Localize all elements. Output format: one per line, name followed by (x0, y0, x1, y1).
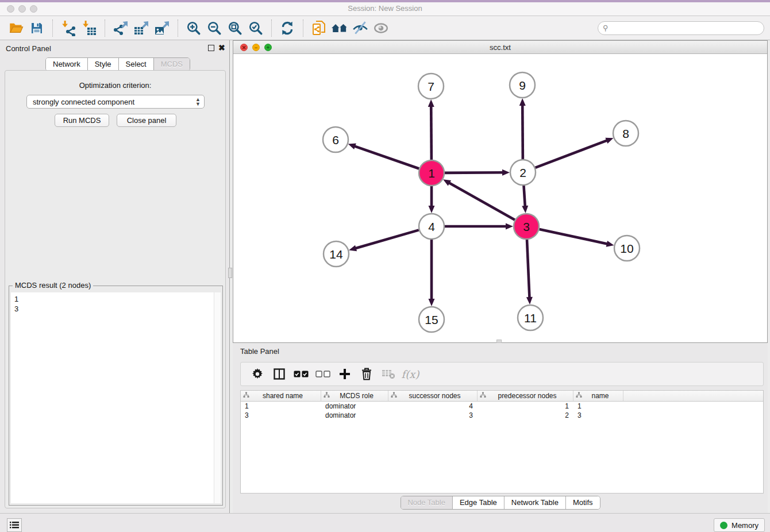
mcds-result-textarea[interactable]: 1 3 (11, 292, 221, 503)
close-panel-icon[interactable]: ✖ (218, 43, 225, 52)
float-panel-icon[interactable] (208, 45, 214, 51)
import-network-icon[interactable] (58, 19, 79, 37)
zoom-in-icon[interactable] (183, 19, 204, 37)
tree-sort-icon (324, 392, 330, 400)
toolbar-separator (178, 20, 178, 37)
select-all-icon[interactable] (290, 365, 312, 383)
table-cell: 2 (478, 411, 573, 420)
graph-edge-arrowhead (429, 299, 435, 306)
graph-edge-4-14[interactable] (355, 230, 419, 248)
mcds-result-title: MCDS result (2 nodes) (13, 281, 93, 290)
graph-edge-1-7[interactable] (431, 106, 432, 160)
zoom-selected-icon[interactable] (245, 19, 266, 37)
vertical-splitter-handle[interactable] (228, 268, 232, 278)
export-table-icon[interactable] (131, 19, 152, 37)
export-network-icon[interactable] (110, 19, 131, 37)
hide-panels-icon[interactable] (350, 19, 371, 37)
tab-node-table[interactable]: Node Table (401, 496, 453, 509)
zoom-fit-icon[interactable] (225, 19, 245, 37)
result-scrollbar[interactable] (214, 292, 221, 503)
network-canvas[interactable]: 1234678910111415 (233, 54, 767, 342)
home-layout-icon[interactable] (329, 19, 350, 37)
tree-sort-icon (480, 392, 486, 400)
column-header-predecessor-nodes[interactable]: predecessor nodes (478, 391, 573, 401)
network-window-titlebar[interactable]: ✕ − + scc.txt (233, 41, 767, 54)
titlebar: Session: New Session (0, 2, 770, 16)
graph-node-label: 9 (519, 79, 526, 92)
tab-network-table[interactable]: Network Table (505, 496, 566, 509)
task-history-button[interactable] (7, 518, 22, 532)
column-header-successor-nodes[interactable]: successor nodes (388, 391, 478, 401)
main-toolbar: ⚲ (0, 16, 770, 40)
table-cell: 3 (388, 411, 478, 420)
tab-select[interactable]: Select (119, 58, 154, 71)
table-panel-title: Table Panel (240, 347, 279, 356)
mcds-result-lines: 1 3 (11, 292, 221, 315)
graph-node-label: 7 (428, 80, 434, 93)
split-columns-icon[interactable] (268, 365, 290, 383)
table-cell: 1 (478, 402, 573, 411)
delete-column-trash-icon[interactable] (356, 365, 378, 383)
table-row[interactable]: 3dominator323 (241, 411, 763, 420)
tab-network[interactable]: Network (46, 58, 88, 71)
table-cell: 4 (388, 402, 478, 411)
save-session-icon[interactable] (26, 19, 47, 37)
node-table[interactable]: shared nameMCDS rolesuccessor nodesprede… (240, 390, 764, 494)
table-rows: 1dominator4113dominator323 (241, 402, 763, 420)
optimization-criterion-dropdown[interactable]: strongly connected component ▲▼ (26, 95, 205, 109)
deselect-all-icon[interactable] (312, 365, 334, 383)
graph-edge-2-8[interactable] (536, 140, 608, 168)
table-panel: Table Panel ✖ (233, 343, 768, 513)
graph-edge-2-3[interactable] (523, 186, 525, 207)
graph-node-label: 1 (428, 167, 435, 180)
table-tabs: Node TableEdge TableNetwork TableMotifs (400, 496, 600, 510)
status-bar: Memory (0, 513, 770, 532)
search-input[interactable] (598, 21, 764, 35)
zoom-out-icon[interactable] (204, 19, 225, 37)
settings-gear-icon[interactable] (247, 365, 268, 383)
column-header-shared-name[interactable]: shared name (241, 391, 321, 401)
clone-network-icon[interactable] (309, 19, 329, 37)
tab-edge-table[interactable]: Edge Table (453, 496, 505, 509)
dropdown-value: strongly connected component (33, 98, 134, 106)
toolbar-separator (271, 20, 272, 37)
table-cell: dominator (321, 411, 388, 420)
table-row[interactable]: 1dominator411 (241, 402, 763, 411)
graph-edge-arrowhead (526, 297, 533, 304)
export-image-icon[interactable] (152, 19, 172, 37)
column-header-name[interactable]: name (573, 391, 623, 401)
column-header-MCDS-role[interactable]: MCDS role (321, 391, 388, 401)
graph-edge-1-2[interactable] (445, 172, 503, 173)
graph-edge-2-9[interactable] (522, 105, 523, 159)
tree-sort-icon (391, 392, 397, 400)
toolbar-separator (303, 20, 303, 37)
close-panel-button[interactable]: Close panel (117, 114, 176, 127)
tab-mcds[interactable]: MCDS (154, 58, 190, 71)
control-panel: Control Panel ✖ NetworkStyleSelectMCDS O… (0, 40, 230, 513)
run-mcds-button[interactable]: Run MCDS (55, 114, 109, 127)
tab-style[interactable]: Style (88, 58, 119, 71)
graph-edge-arrowhead (429, 206, 435, 213)
graph-node-label: 14 (329, 248, 343, 261)
graph-edge-1-6[interactable] (354, 146, 419, 168)
memory-status-icon (720, 522, 727, 529)
graph-edge-arrowhead (502, 169, 510, 176)
graph-edge-3-10[interactable] (539, 229, 607, 244)
graph-edge-arrowhead (428, 99, 434, 107)
graph-node-label: 11 (524, 311, 537, 325)
mcds-tab-content: Optimization criterion: strongly connect… (5, 70, 226, 508)
table-cell: 1 (241, 402, 321, 411)
open-session-icon[interactable] (6, 19, 26, 37)
memory-button[interactable]: Memory (714, 518, 765, 532)
add-column-icon[interactable] (334, 365, 356, 383)
show-panels-icon[interactable] (371, 19, 391, 37)
graph-edge-3-11[interactable] (527, 240, 529, 298)
refresh-view-icon[interactable] (277, 19, 298, 37)
delete-table-icon (378, 365, 399, 383)
graph-edge-3-1[interactable] (449, 183, 515, 220)
import-table-icon[interactable] (79, 19, 99, 37)
tree-sort-icon (576, 392, 582, 400)
table-cell: 3 (241, 411, 321, 420)
tab-motifs[interactable]: Motifs (566, 496, 600, 509)
graph-edge-arrowhead (348, 144, 356, 149)
